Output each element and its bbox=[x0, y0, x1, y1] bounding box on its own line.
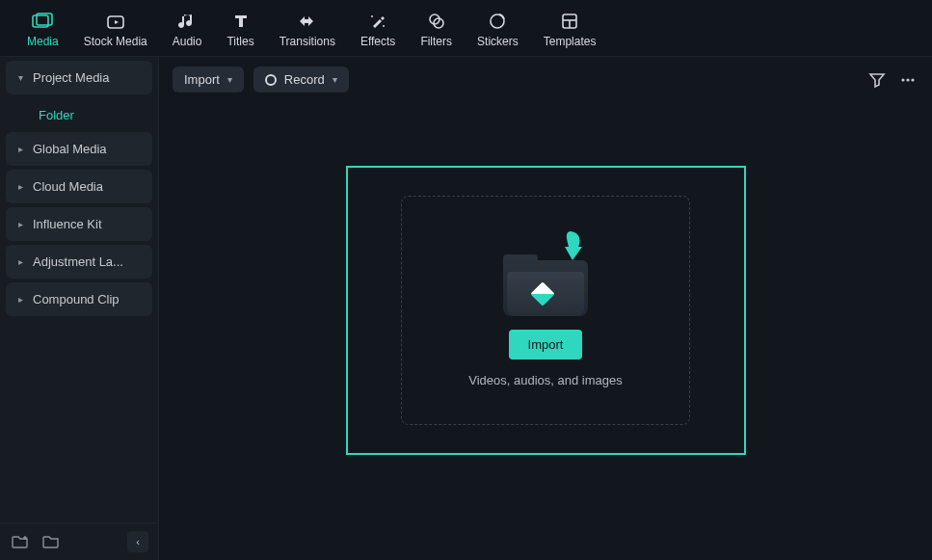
chevron-right-icon: ▸ bbox=[15, 181, 25, 192]
sidebar-item-label: Cloud Media bbox=[33, 179, 103, 194]
sidebar-item-label: Project Media bbox=[33, 70, 109, 85]
sidebar-item-adjustment-layer[interactable]: ▸ Adjustment La... bbox=[6, 245, 152, 279]
tab-label: Stock Media bbox=[84, 35, 147, 48]
titles-icon bbox=[230, 12, 252, 31]
sidebar-item-global-media[interactable]: ▸ Global Media bbox=[6, 132, 152, 166]
svg-point-5 bbox=[383, 25, 385, 27]
filter-sort-button[interactable] bbox=[866, 69, 888, 91]
effects-icon bbox=[367, 12, 388, 31]
import-button-label: Import bbox=[528, 337, 564, 352]
tab-media[interactable]: Media bbox=[17, 8, 68, 52]
templates-icon bbox=[559, 12, 580, 31]
sidebar-subitem-folder[interactable]: Folder bbox=[6, 98, 152, 132]
record-dropdown-label: Record bbox=[284, 72, 325, 87]
transitions-icon bbox=[297, 12, 318, 31]
tab-label: Media bbox=[27, 35, 59, 48]
sidebar-item-project-media[interactable]: ▾ Project Media bbox=[6, 61, 152, 94]
record-dropdown[interactable]: Record ▾ bbox=[253, 67, 349, 93]
audio-icon bbox=[176, 12, 198, 31]
chevron-right-icon: ▸ bbox=[15, 294, 25, 305]
sidebar-item-label: Influence Kit bbox=[33, 217, 102, 231]
import-dropdown-label: Import bbox=[184, 72, 220, 87]
more-options-button[interactable] bbox=[897, 69, 919, 91]
sidebar-subitem-label: Folder bbox=[39, 108, 74, 122]
tab-label: Effects bbox=[360, 35, 395, 48]
chevron-right-icon: ▸ bbox=[15, 219, 25, 229]
chevron-right-icon: ▸ bbox=[15, 144, 25, 154]
drop-zone-hint: Videos, audios, and images bbox=[468, 373, 622, 387]
sidebar-item-label: Adjustment La... bbox=[33, 254, 123, 269]
tab-effects[interactable]: Effects bbox=[351, 8, 405, 52]
download-arrow-icon bbox=[553, 229, 586, 264]
stickers-icon bbox=[487, 12, 508, 31]
tab-audio[interactable]: Audio bbox=[163, 8, 212, 52]
chevron-down-icon: ▾ bbox=[15, 72, 25, 83]
svg-point-4 bbox=[371, 15, 373, 17]
tab-transitions[interactable]: Transitions bbox=[270, 8, 345, 52]
content-panel: Import ▾ Record ▾ bbox=[159, 57, 932, 560]
tab-label: Templates bbox=[544, 35, 597, 48]
tab-label: Filters bbox=[420, 35, 452, 48]
svg-point-14 bbox=[901, 78, 904, 81]
top-toolbar: Media Stock Media Audio Titles Transitio… bbox=[0, 0, 932, 57]
import-folder-illustration bbox=[497, 233, 594, 316]
drop-zone-inner: Import Videos, audios, and images bbox=[401, 196, 690, 425]
folder-icon-button[interactable] bbox=[40, 531, 62, 552]
tab-label: Audio bbox=[173, 35, 202, 48]
record-icon bbox=[265, 74, 277, 86]
chevron-down-icon: ▾ bbox=[333, 74, 337, 85]
sidebar-item-cloud-media[interactable]: ▸ Cloud Media bbox=[6, 170, 152, 203]
sidebar: ▾ Project Media Folder ▸ Global Media ▸ … bbox=[0, 57, 159, 560]
svg-point-15 bbox=[906, 78, 909, 81]
cloud-media-icon bbox=[105, 12, 126, 31]
svg-marker-3 bbox=[115, 20, 119, 24]
sidebar-item-influence-kit[interactable]: ▸ Influence Kit bbox=[6, 207, 152, 241]
media-icon bbox=[32, 12, 53, 31]
import-dropdown[interactable]: Import ▾ bbox=[173, 67, 244, 93]
content-toolbar: Import ▾ Record ▾ bbox=[159, 57, 932, 102]
tab-templates[interactable]: Templates bbox=[534, 8, 606, 52]
chevron-down-icon: ▾ bbox=[227, 74, 232, 85]
drop-zone[interactable]: Import Videos, audios, and images bbox=[346, 166, 746, 455]
sidebar-item-compound-clip[interactable]: ▸ Compound Clip bbox=[6, 282, 152, 316]
tab-filters[interactable]: Filters bbox=[411, 8, 462, 52]
import-button[interactable]: Import bbox=[509, 330, 583, 360]
tab-titles[interactable]: Titles bbox=[217, 8, 263, 52]
tab-label: Transitions bbox=[280, 35, 335, 48]
tab-stickers[interactable]: Stickers bbox=[467, 8, 528, 52]
tab-label: Titles bbox=[226, 35, 253, 48]
filters-icon bbox=[426, 12, 447, 31]
collapse-sidebar-button[interactable]: ‹ bbox=[127, 531, 148, 552]
tab-stock-media[interactable]: Stock Media bbox=[74, 8, 157, 52]
sidebar-item-label: Global Media bbox=[33, 142, 107, 156]
chevron-left-icon: ‹ bbox=[136, 536, 140, 547]
sidebar-item-label: Compound Clip bbox=[33, 292, 120, 307]
new-folder-button[interactable] bbox=[10, 531, 31, 552]
chevron-right-icon: ▸ bbox=[15, 256, 25, 267]
svg-point-16 bbox=[911, 78, 914, 81]
tab-label: Stickers bbox=[477, 35, 519, 48]
